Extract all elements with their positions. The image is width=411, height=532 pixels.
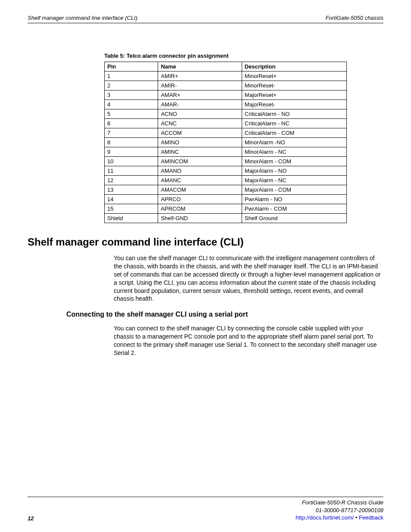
table-cell-desc: CriticalAlarm - COM xyxy=(242,128,346,138)
table-cell-name: ACNC xyxy=(158,119,242,128)
table-cell-name: ACCOM xyxy=(158,128,242,138)
table-cell-pin: 15 xyxy=(105,204,158,214)
table-header-name: Name xyxy=(158,62,242,72)
table-cell-pin: 10 xyxy=(105,157,158,166)
page-footer: 12 FortiGate-5050-R Chassis Guide 01-300… xyxy=(28,497,383,522)
table-cell-desc: MajorAlarm - COM xyxy=(242,185,346,195)
footer-doc-id: 01-30000-87717-20090108 xyxy=(315,507,383,513)
section-heading: Shelf manager command line interface (CL… xyxy=(28,236,383,248)
table-cell-pin: 2 xyxy=(105,81,158,90)
table-row: 9AMINCMinorAlarm - NC xyxy=(105,147,347,157)
footer-link-docs[interactable]: http://docs.fortinet.com/ xyxy=(296,514,354,521)
table-cell-desc: CriticalAlarm - NO xyxy=(242,109,346,119)
table-cell-name: AMACOM xyxy=(158,185,242,195)
table-row: 12AMANCMajorAlarm - NC xyxy=(105,176,347,185)
table-header-desc: Description xyxy=(242,62,346,72)
table-row: 15APRCOMPwrAlarm - COM xyxy=(105,204,347,214)
table-cell-desc: MajorAlarm - NC xyxy=(242,176,346,185)
table-caption: Table 5: Telco alarm connector pin assig… xyxy=(104,53,383,59)
table-cell-pin: 8 xyxy=(105,138,158,147)
header-left: Shelf manager command line interface (CL… xyxy=(28,15,137,21)
table-cell-desc: PwrAlarm - COM xyxy=(242,204,346,214)
table-row: 8AMINOMinorAlarm -NO xyxy=(105,138,347,147)
table-cell-pin: 5 xyxy=(105,109,158,119)
table-row: 10AMINCOMMinorAlarm - COM xyxy=(105,157,347,166)
table-cell-pin: 14 xyxy=(105,195,158,204)
table-cell-desc: MinorAlarm -NO xyxy=(242,138,346,147)
page-header: Shelf manager command line interface (CL… xyxy=(28,15,383,23)
table-cell-pin: 1 xyxy=(105,72,158,81)
table-row: 6ACNCCriticalAlarm - NC xyxy=(105,119,347,128)
table-cell-pin: 3 xyxy=(105,90,158,100)
table-cell-name: AMAR+ xyxy=(158,90,242,100)
table-cell-desc: PwrAlarm - NO xyxy=(242,195,346,204)
table-cell-pin: 4 xyxy=(105,100,158,109)
table-row: 7ACCOMCriticalAlarm - COM xyxy=(105,128,347,138)
table-cell-pin: 6 xyxy=(105,119,158,128)
table-row: 11AMANOMajorAlarm - NO xyxy=(105,166,347,176)
table-cell-desc: MinorReset+ xyxy=(242,72,346,81)
table-cell-desc: MinorAlarm - COM xyxy=(242,157,346,166)
table-cell-name: AMINC xyxy=(158,147,242,157)
table-cell-desc: MajorAlarm - NO xyxy=(242,166,346,176)
table-cell-pin: 13 xyxy=(105,185,158,195)
table-cell-name: AMINCOM xyxy=(158,157,242,166)
table-cell-desc: MinorReset- xyxy=(242,81,346,90)
table-cell-name: AMANC xyxy=(158,176,242,185)
table-header-row: Pin Name Description xyxy=(105,62,347,72)
section-paragraph-1: You can use the shelf manager CLI to com… xyxy=(114,254,383,303)
table-cell-name: Shelf-GND xyxy=(158,214,242,223)
table-row: ShieldShelf-GNDShelf Ground xyxy=(105,214,347,223)
table-row: 4AMAR-MajorReset- xyxy=(105,100,347,109)
footer-doc-title: FortiGate-5050-R Chassis Guide xyxy=(302,499,383,506)
footer-link-feedback[interactable]: Feedback xyxy=(359,514,383,521)
table-cell-name: AMINO xyxy=(158,138,242,147)
table-cell-name: APRCOM xyxy=(158,204,242,214)
table-header-pin: Pin xyxy=(105,62,158,72)
table-row: 3AMAR+MajorReset+ xyxy=(105,90,347,100)
footer-sep: • xyxy=(354,514,359,521)
table-cell-pin: 11 xyxy=(105,166,158,176)
table-row: 14APRCOPwrAlarm - NO xyxy=(105,195,347,204)
table-cell-name: APRCO xyxy=(158,195,242,204)
table-cell-pin: 12 xyxy=(105,176,158,185)
table-cell-pin: Shield xyxy=(105,214,158,223)
table-cell-name: AMAR- xyxy=(158,100,242,109)
table-cell-desc: Shelf Ground xyxy=(242,214,346,223)
table-row: 5ACNOCriticalAlarm - NO xyxy=(105,109,347,119)
table-cell-name: AMANO xyxy=(158,166,242,176)
subsection-heading: Connecting to the shelf manager CLI usin… xyxy=(66,311,383,318)
table-cell-desc: MinorAlarm - NC xyxy=(242,147,346,157)
table-cell-pin: 7 xyxy=(105,128,158,138)
page-number: 12 xyxy=(28,515,34,522)
table-row: 1AMIR+MinorReset+ xyxy=(105,72,347,81)
table-cell-desc: MajorReset- xyxy=(242,100,346,109)
pin-assignment-table: Pin Name Description 1AMIR+MinorReset+2A… xyxy=(104,62,347,223)
table-cell-desc: MajorReset+ xyxy=(242,90,346,100)
header-right: FortiGate-5050 chassis xyxy=(326,15,383,21)
section-paragraph-2: You can connect to the shelf manager CLI… xyxy=(114,324,383,357)
table-cell-name: AMIR- xyxy=(158,81,242,90)
table-cell-name: AMIR+ xyxy=(158,72,242,81)
table-row: 13AMACOMMajorAlarm - COM xyxy=(105,185,347,195)
table-cell-name: ACNO xyxy=(158,109,242,119)
table-row: 2AMIR-MinorReset- xyxy=(105,81,347,90)
table-cell-desc: CriticalAlarm - NC xyxy=(242,119,346,128)
table-cell-pin: 9 xyxy=(105,147,158,157)
